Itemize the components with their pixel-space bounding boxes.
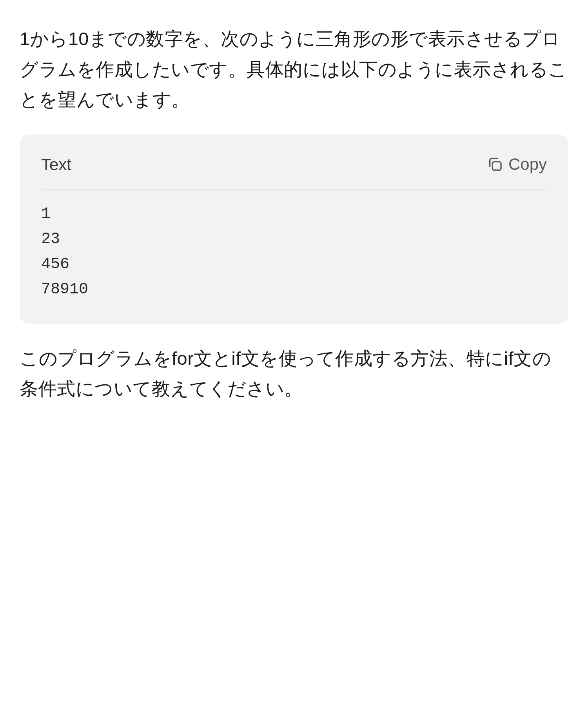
code-language-label: Text — [41, 151, 71, 178]
svg-rect-0 — [492, 162, 501, 171]
copy-icon — [487, 157, 503, 172]
code-header: Text Copy — [41, 135, 547, 190]
copy-button-label: Copy — [508, 155, 547, 174]
copy-button[interactable]: Copy — [487, 155, 547, 174]
code-content: 1 23 456 78910 — [20, 190, 568, 324]
code-block: Text Copy 1 23 456 78910 — [20, 135, 568, 324]
intro-paragraph: 1から10までの数字を、次のように三角形の形で表示させるプログラムを作成したいで… — [20, 24, 568, 115]
question-paragraph: このプログラムをfor文とif文を使って作成する方法、特にif文の条件式について… — [20, 343, 568, 404]
